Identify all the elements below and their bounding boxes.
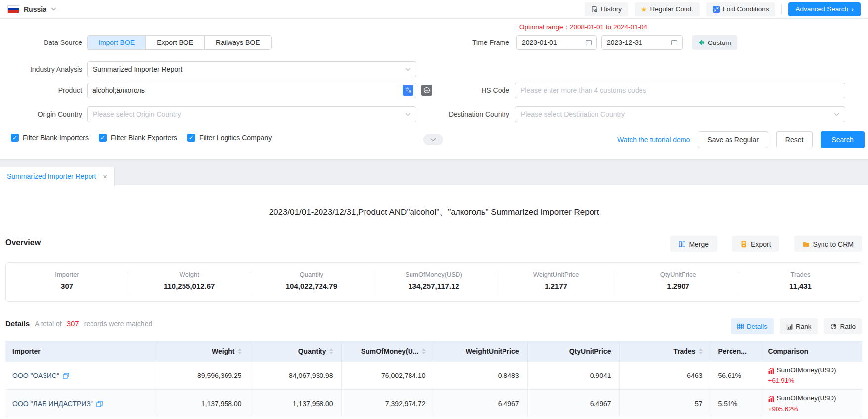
checkbox-label: Filter Blank Exporters	[111, 134, 177, 142]
stat-label: Trades	[739, 271, 862, 278]
view-details-button[interactable]: Details	[731, 318, 774, 334]
view-ratio-button[interactable]: Ratio	[824, 318, 862, 334]
details-table: Importer Weight Quantity SumOfMoney(U...…	[5, 341, 862, 418]
end-date-value[interactable]	[602, 36, 671, 49]
stat-value: 110,255,012.67	[128, 282, 250, 290]
destination-country-label: Destination Country	[425, 106, 509, 122]
tutorial-link[interactable]: Watch the tutorial demo	[617, 136, 690, 144]
filter-checkbox-group: ✓ Filter Blank Importers ✓ Filter Blank …	[11, 134, 272, 142]
star-icon: ★	[641, 6, 647, 13]
checkbox-label: Filter Logitics Company	[199, 134, 272, 142]
hs-code-label: HS Code	[455, 83, 509, 98]
time-frame-start-input[interactable]	[516, 35, 597, 50]
sync-to-crm-button[interactable]: Sync to CRM	[794, 236, 862, 252]
chevron-down-icon	[405, 113, 411, 116]
filter-logitics-company-checkbox[interactable]: ✓ Filter Logitics Company	[187, 134, 272, 142]
country-selector[interactable]: Russia	[7, 5, 56, 13]
col-sum-of-money[interactable]: SumOfMoney(U...	[341, 341, 434, 362]
history-button[interactable]: History	[585, 2, 628, 16]
weight-cell: 1,137,958.00	[157, 390, 250, 418]
custom-label: Custom	[708, 39, 731, 46]
stat-label: WeightUnitPrice	[495, 271, 617, 278]
calendar-icon[interactable]	[671, 39, 678, 46]
origin-country-select[interactable]: Please select Origin Country	[87, 106, 416, 122]
sync-folder-icon	[803, 241, 810, 248]
page: Russia History ★ Regular Cond. Fold Cond…	[0, 0, 868, 419]
top-bar-actions: History ★ Regular Cond. Fold Conditions …	[585, 2, 861, 16]
regular-cond-button[interactable]: ★ Regular Cond.	[635, 2, 700, 16]
filter-blank-exporters-checkbox[interactable]: ✓ Filter Blank Exporters	[99, 134, 177, 142]
quantity-cell: 1,137,958.00	[250, 390, 341, 418]
industry-analysis-label: Industry Analysis	[0, 61, 82, 77]
comparison-change: +905.62%	[768, 404, 863, 414]
col-weight[interactable]: Weight	[157, 341, 250, 362]
sort-icon[interactable]	[238, 348, 242, 354]
chevron-down-icon	[405, 68, 411, 71]
translate-icon[interactable]: A	[403, 85, 413, 96]
stat-importer: Importer 307	[6, 263, 128, 301]
product-value[interactable]	[88, 83, 403, 98]
stat-label: SumOfMoney(USD)	[372, 271, 495, 278]
importer-name-link[interactable]: ООО "ОАЗИС"	[12, 372, 59, 379]
sort-icon[interactable]	[422, 348, 426, 354]
table-icon	[737, 323, 744, 330]
hs-code-value[interactable]	[515, 83, 845, 98]
time-frame-end-input[interactable]	[601, 35, 683, 50]
view-rank-button[interactable]: Rank	[780, 318, 818, 334]
sort-icon[interactable]	[699, 348, 703, 354]
col-weight-unit-price: WeightUnitPrice	[434, 341, 527, 362]
copy-icon[interactable]	[96, 401, 103, 407]
chevron-down-icon	[51, 7, 56, 11]
stat-label: Importer	[6, 271, 128, 278]
fold-conditions-button[interactable]: Fold Conditions	[706, 2, 776, 16]
country-name: Russia	[24, 5, 46, 13]
importer-name-link[interactable]: ООО "ЛАБ ИНДАСТРИЗ"	[12, 400, 93, 408]
stat-sum-of-money: SumOfMoney(USD) 134,257,117.12	[372, 263, 495, 301]
col-trades[interactable]: Trades	[619, 341, 711, 362]
sum-cell: 76,002,784.10	[341, 362, 434, 390]
search-button[interactable]: Search	[821, 131, 864, 148]
merge-button[interactable]: Merge	[670, 236, 717, 252]
close-icon[interactable]: ×	[103, 172, 107, 181]
filter-blank-importers-checkbox[interactable]: ✓ Filter Blank Importers	[11, 134, 89, 142]
industry-analysis-select[interactable]: Summarized Importer Report	[87, 61, 416, 77]
export-button[interactable]: Export	[732, 236, 779, 252]
reset-button[interactable]: Reset	[776, 131, 813, 148]
checkbox-checked-icon: ✓	[11, 134, 19, 142]
col-importer: Importer	[5, 341, 157, 362]
quantity-cell: 84,067,930.98	[250, 362, 341, 390]
tab-import-boe[interactable]: Import BOE	[88, 36, 146, 49]
stat-label: QtyUnitPrice	[617, 271, 739, 278]
sync-to-crm-label: Sync to CRM	[813, 240, 854, 248]
export-icon	[740, 241, 747, 248]
merge-icon	[679, 241, 685, 248]
destination-country-select[interactable]: Please select Destination Country	[515, 106, 845, 122]
trades-cell: 6463	[619, 362, 711, 390]
calendar-icon[interactable]	[585, 39, 592, 46]
copy-icon[interactable]	[63, 373, 69, 379]
collapse-form-button[interactable]	[423, 134, 443, 145]
tab-railways-boe[interactable]: Railways BOE	[205, 36, 271, 49]
percentage-cell: 56.61%	[711, 362, 761, 390]
col-qty-unit-price: QtyUnitPrice	[527, 341, 619, 362]
sort-icon[interactable]	[329, 348, 333, 354]
stat-weight: Weight 110,255,012.67	[128, 263, 250, 301]
stat-value: 1.2177	[495, 282, 617, 290]
exclude-keywords-icon[interactable]	[421, 85, 432, 96]
checkbox-label: Filter Blank Importers	[23, 134, 89, 142]
tab-summarized-importer-report[interactable]: Summarized Importer Report ×	[0, 167, 115, 186]
history-icon	[591, 6, 598, 13]
weight-unit-price-cell: 0.8483	[434, 362, 527, 390]
tab-title: Summarized Importer Report	[7, 172, 96, 180]
hs-code-input[interactable]	[515, 83, 845, 98]
view-ratio-label: Ratio	[840, 323, 856, 330]
product-input[interactable]: A	[87, 83, 416, 98]
start-date-value[interactable]	[517, 36, 585, 49]
save-as-regular-button[interactable]: Save as Regular	[698, 131, 768, 148]
tab-export-boe[interactable]: Export BOE	[146, 36, 205, 49]
stat-quantity: Quantity 104,022,724.79	[250, 263, 372, 301]
custom-range-button[interactable]: Custom	[692, 35, 737, 50]
stat-label: Weight	[128, 271, 250, 278]
col-quantity[interactable]: Quantity	[250, 341, 341, 362]
advanced-search-button[interactable]: Advanced Search ›	[788, 2, 861, 16]
